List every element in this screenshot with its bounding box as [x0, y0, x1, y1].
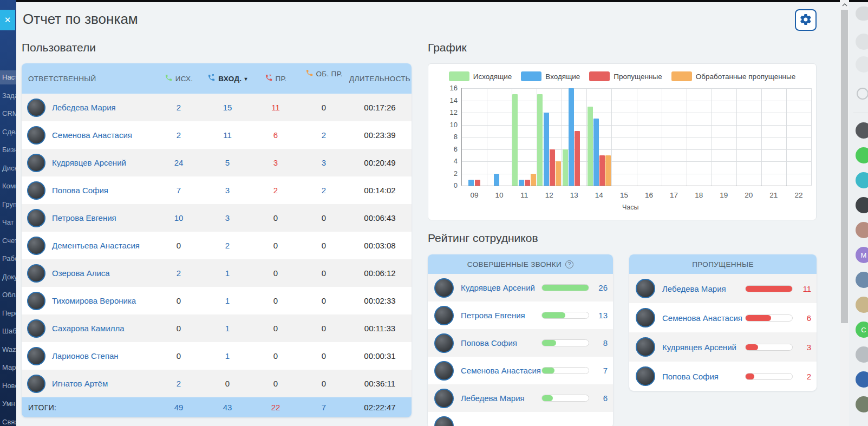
rating-row[interactable]: Семенова Анастасия6 — [629, 303, 817, 332]
sidebar-item-9[interactable]: Чат и — [0, 215, 16, 230]
table-row[interactable]: Попова София732200:14:02 — [22, 176, 412, 204]
rail-avatar[interactable] — [856, 346, 868, 363]
scrollbar-thumb[interactable] — [841, 10, 848, 323]
sidebar-item-1[interactable]: Наст — [0, 70, 16, 84]
sidebar-item-3[interactable]: CRM — [0, 107, 16, 121]
avatar — [27, 375, 45, 393]
employee-name-link[interactable]: Попова София — [662, 372, 719, 381]
user-name-link[interactable]: Сахарова Камилла — [52, 324, 125, 333]
rating-row[interactable]: Лебедева Мария6 — [428, 384, 613, 412]
employee-name-link[interactable]: Петрова Евгения — [461, 311, 525, 320]
table-row[interactable]: Игнатов Артём200000:36:11 — [22, 370, 412, 397]
rating-row[interactable]: Попова София8 — [428, 329, 613, 357]
legend-item[interactable]: Входящие — [521, 71, 580, 81]
user-name-link[interactable]: Попова София — [52, 186, 108, 195]
sidebar-item-15[interactable]: Шаб — [0, 324, 16, 338]
sidebar-item-11[interactable]: Рабо — [0, 252, 16, 266]
rail-avatar[interactable] — [856, 122, 868, 139]
legend-item[interactable]: Обработанные пропущенные — [671, 71, 796, 81]
rating-row[interactable]: Кудрявцев Арсений3 — [629, 332, 817, 362]
sidebar-item-13[interactable]: Обла — [0, 288, 16, 302]
rail-avatar[interactable] — [856, 272, 868, 288]
rail-utility-icon[interactable] — [857, 88, 868, 100]
gridline-vertical — [761, 88, 762, 186]
table-row[interactable]: Лебедева Мария21511000:17:26 — [22, 94, 412, 121]
legend-item[interactable]: Пропущенные — [589, 71, 662, 81]
column-duration[interactable]: ДЛИТЕЛЬНОСТЬ — [348, 75, 412, 83]
rail-avatar[interactable] — [856, 297, 868, 313]
sidebar-item-17[interactable]: Мар — [0, 361, 16, 375]
user-name-link[interactable]: Тихомирова Вероника — [52, 296, 136, 305]
close-slider-button[interactable]: ✕ — [0, 10, 15, 30]
avatar — [27, 181, 45, 200]
sidebar-item-18[interactable]: Ново — [0, 379, 16, 393]
column-outgoing[interactable]: ИСХ. — [154, 74, 203, 83]
rail-avatar[interactable] — [856, 172, 868, 188]
column-incoming-sorted[interactable]: ВХОД.▾ — [203, 74, 252, 83]
column-handled-missed[interactable]: ОБ. ПР. — [299, 69, 348, 78]
sidebar-item-12[interactable]: Доку — [0, 270, 16, 284]
user-name-link[interactable]: Игнатов Артём — [52, 379, 108, 388]
user-name-link[interactable]: Семенова Анастасия — [52, 130, 132, 140]
table-row[interactable]: Тихомирова Вероника010000:02:33 — [22, 287, 412, 314]
user-name-link[interactable]: Петрова Евгения — [52, 213, 116, 222]
rating-row[interactable]: Семенова Анастасия7 — [428, 357, 613, 384]
call-count: 7 — [299, 403, 348, 412]
rating-row[interactable]: Попова София2 — [629, 362, 817, 391]
rating-row[interactable]: Кудрявцев Арсений26 — [428, 274, 613, 302]
rail-utility-icon[interactable] — [856, 56, 868, 73]
table-row[interactable]: Кудрявцев Арсений2453300:20:49 — [22, 149, 412, 176]
rating-value: 2 — [796, 372, 811, 381]
table-row[interactable]: Дементьева Анастасия020000:03:08 — [22, 232, 412, 259]
rail-avatar[interactable] — [856, 222, 868, 238]
sidebar-item-8[interactable]: Груп — [0, 198, 16, 212]
rating-row[interactable]: Петрова Евгения13 — [428, 302, 613, 329]
incoming-call-icon — [207, 74, 216, 83]
employee-name-link[interactable]: Лебедева Мария — [461, 394, 525, 403]
table-row[interactable]: Сахарова Камилла010000:11:33 — [22, 314, 412, 342]
user-name-link[interactable]: Озерова Алиса — [52, 268, 110, 278]
column-responsible[interactable]: ОТВЕТСТВЕННЫЙ — [22, 75, 154, 83]
legend-item[interactable]: Исходящие — [449, 71, 512, 81]
employee-name-link[interactable]: Лебедева Мария — [662, 284, 726, 293]
employee-name-link[interactable]: Семенова Анастасия — [461, 366, 541, 375]
user-name-link[interactable]: Дементьева Анастасия — [52, 241, 140, 250]
rail-pill-button[interactable] — [856, 6, 868, 21]
rating-row[interactable]: Лебедева Мария11 — [629, 274, 817, 303]
call-count: 2 — [252, 186, 299, 195]
sidebar-item-14[interactable]: Пере — [0, 306, 16, 320]
user-name-link[interactable]: Ларионов Степан — [52, 351, 119, 361]
sidebar-item-7[interactable]: Комп — [0, 179, 16, 193]
column-missed[interactable]: ПР. — [252, 74, 299, 83]
sidebar-item-5[interactable]: Бизн — [0, 143, 16, 157]
employee-name-link[interactable]: Кудрявцев Арсений — [461, 283, 535, 292]
rating-row[interactable] — [428, 412, 613, 426]
sidebar-item-2[interactable]: Зада — [0, 89, 16, 103]
rail-utility-icon[interactable] — [856, 34, 868, 50]
rail-avatar[interactable] — [856, 396, 868, 412]
sidebar-item-19[interactable]: Умн — [0, 397, 16, 411]
table-row[interactable]: Петрова Евгения1030000:06:43 — [22, 204, 412, 232]
sidebar-item-10[interactable]: Счет — [0, 234, 16, 248]
employee-name-link[interactable]: Кудрявцев Арсений — [662, 343, 736, 352]
employee-name-link[interactable]: Семенова Анастасия — [662, 313, 742, 323]
settings-button[interactable] — [795, 9, 817, 31]
table-row[interactable]: Озерова Алиса210000:06:12 — [22, 259, 412, 287]
rail-avatar[interactable] — [856, 371, 868, 388]
rail-avatar[interactable]: M — [856, 247, 868, 263]
help-icon[interactable]: ? — [565, 260, 573, 268]
sidebar-item-6[interactable]: Диск — [0, 161, 16, 175]
sidebar-item-20[interactable]: Связ — [0, 415, 16, 426]
user-name-link[interactable]: Кудрявцев Арсений — [52, 158, 126, 167]
rail-avatar[interactable] — [856, 147, 868, 163]
table-row[interactable]: Семенова Анастасия2116200:23:39 — [22, 121, 412, 149]
rating-value: 6 — [592, 394, 608, 403]
table-row[interactable]: Ларионов Степан010000:00:31 — [22, 342, 412, 370]
employee-name-link[interactable]: Попова София — [461, 338, 517, 348]
sidebar-item-16[interactable]: Wazz — [0, 343, 16, 357]
user-name-link[interactable]: Лебедева Мария — [52, 103, 116, 112]
rail-avatar[interactable]: C — [856, 322, 868, 338]
rail-avatar[interactable] — [856, 197, 868, 213]
sidebar-item-4[interactable]: Сдел — [0, 125, 16, 139]
scrollbar-up-arrow[interactable] — [840, 0, 849, 9]
